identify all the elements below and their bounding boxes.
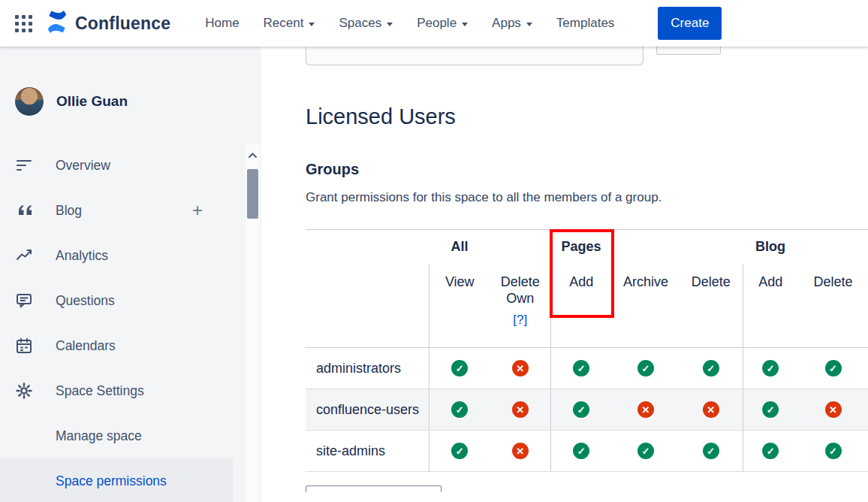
permission-granted-icon: ✓ xyxy=(637,443,654,459)
sidebar-item-space-settings[interactable]: Space Settings xyxy=(0,368,233,413)
permission-granted-icon: ✓ xyxy=(762,360,779,376)
main-content: Licensed Users Groups Grant permissions … xyxy=(261,47,868,502)
overview-icon xyxy=(15,156,33,174)
table-row: site-admins✓✕✓✓✓✓✓ xyxy=(306,431,868,472)
nav-spaces[interactable]: Spaces xyxy=(339,16,393,31)
permission-granted-icon: ✓ xyxy=(573,401,589,418)
nav-templates[interactable]: Templates xyxy=(556,16,614,31)
permission-cell: ✓ xyxy=(612,431,680,472)
column-header-delete: Delete xyxy=(680,264,743,348)
permission-denied-icon: ✕ xyxy=(825,401,842,418)
chevron-down-icon xyxy=(309,23,315,26)
analytics-icon xyxy=(15,246,33,265)
sidebar-item-label: Calendars xyxy=(56,338,116,354)
add-blog-post-icon[interactable]: + xyxy=(192,201,203,219)
permission-denied-icon: ✕ xyxy=(512,360,529,376)
space-identity[interactable]: Ollie Guan xyxy=(0,87,261,116)
permission-denied-icon: ✕ xyxy=(637,401,654,418)
permission-denied-icon: ✕ xyxy=(703,401,719,418)
nav-apps[interactable]: Apps xyxy=(492,16,532,31)
sidebar-item-label: Analytics xyxy=(56,248,108,264)
gear-icon xyxy=(15,382,33,400)
permission-granted-icon: ✓ xyxy=(703,443,719,459)
sidebar-item-space-permissions[interactable]: Space permissions xyxy=(0,458,233,502)
column-header-label: Delete xyxy=(680,274,743,290)
column-group-spacer xyxy=(680,230,743,264)
permission-cell: ✓ xyxy=(429,431,490,472)
permission-granted-icon: ✓ xyxy=(637,360,654,376)
user-avatar xyxy=(15,87,44,116)
group-name: confluence-users xyxy=(306,389,429,431)
permission-cell: ✓ xyxy=(550,348,612,389)
sidebar-item-blog[interactable]: Blog+ xyxy=(0,188,233,233)
top-navigation-bar: Confluence HomeRecentSpacesPeopleAppsTem… xyxy=(0,0,868,47)
column-header-label: Add xyxy=(551,274,613,290)
column-header-delete: Delete xyxy=(798,264,868,348)
column-header-blank xyxy=(306,264,429,348)
group-name: administrators xyxy=(306,348,429,389)
permission-cell: ✕ xyxy=(490,431,550,472)
column-header-archive: Archive xyxy=(612,264,680,348)
permission-denied-icon: ✕ xyxy=(512,443,529,459)
column-header-add: Add xyxy=(550,264,612,348)
permission-cell: ✓ xyxy=(429,348,490,389)
sidebar-item-label: Space permissions xyxy=(56,473,167,489)
column-group-all: All xyxy=(429,230,490,264)
permissions-table: AllPagesBlogViewDelete Own[?]AddArchiveD… xyxy=(306,229,868,472)
permission-granted-icon: ✓ xyxy=(451,360,468,376)
permission-cell: ✕ xyxy=(612,389,680,431)
permission-cell: ✓ xyxy=(550,389,612,431)
permission-granted-icon: ✓ xyxy=(703,360,719,376)
permission-cell: ✕ xyxy=(490,389,550,431)
sidebar-item-label: Space Settings xyxy=(56,383,144,399)
brand-wordmark: Confluence xyxy=(75,14,170,34)
sidebar-item-overview[interactable]: Overview xyxy=(0,143,233,188)
column-header-view: View xyxy=(429,264,490,348)
primary-nav: HomeRecentSpacesPeopleAppsTemplates xyxy=(205,16,614,31)
scrollbar-thumb[interactable] xyxy=(247,169,258,219)
confluence-logo[interactable]: Confluence xyxy=(46,11,170,36)
sidebar-item-calendars[interactable]: Calendars xyxy=(0,323,233,368)
column-header-add: Add xyxy=(743,264,798,348)
filter-input-truncated[interactable] xyxy=(306,47,643,65)
permission-cell: ✓ xyxy=(680,348,743,389)
nav-people[interactable]: People xyxy=(417,16,468,31)
permission-cell: ✓ xyxy=(429,389,490,431)
permission-cell: ✓ xyxy=(798,431,868,472)
help-link[interactable]: [?] xyxy=(513,313,527,328)
column-header-label: View xyxy=(429,274,491,290)
filter-button-truncated[interactable] xyxy=(656,47,721,55)
permission-granted-icon: ✓ xyxy=(451,401,468,418)
blog-icon xyxy=(15,201,33,219)
space-name: Ollie Guan xyxy=(56,93,128,110)
group-picker-input-truncated[interactable] xyxy=(306,485,442,492)
groups-section-title: Groups xyxy=(306,161,868,178)
app-switcher-icon[interactable] xyxy=(15,15,32,32)
column-group-spacer xyxy=(490,230,550,264)
table-row: confluence-users✓✕✓✕✕✓✕ xyxy=(306,389,868,431)
table-row: administrators✓✕✓✓✓✓✓ xyxy=(306,348,868,389)
sidebar-item-analytics[interactable]: Analytics xyxy=(0,233,233,278)
permission-cell: ✕ xyxy=(490,348,550,389)
confluence-logo-icon xyxy=(46,11,68,36)
sidebar-item-manage-space[interactable]: Manage space xyxy=(0,413,233,458)
column-group-spacer xyxy=(612,230,680,264)
permission-cell: ✕ xyxy=(798,389,868,431)
nav-recent[interactable]: Recent xyxy=(264,16,315,31)
create-button[interactable]: Create xyxy=(658,7,722,40)
sidebar-item-label: Blog xyxy=(56,203,82,219)
column-header-label: Delete Own xyxy=(490,274,550,307)
scroll-up-icon[interactable] xyxy=(248,148,258,162)
permission-cell: ✓ xyxy=(680,431,743,472)
nav-home[interactable]: Home xyxy=(205,16,239,31)
chevron-down-icon xyxy=(387,23,393,26)
permission-granted-icon: ✓ xyxy=(825,443,842,459)
permission-cell: ✓ xyxy=(743,431,798,472)
icon-spacer xyxy=(15,427,33,445)
sidebar-scrollbar[interactable] xyxy=(246,144,260,502)
permission-cell: ✓ xyxy=(798,348,868,389)
permission-granted-icon: ✓ xyxy=(825,360,842,376)
sidebar-item-questions[interactable]: Questions xyxy=(0,278,233,323)
column-header-label: Archive xyxy=(612,274,680,290)
column-header-label: Add xyxy=(743,274,799,290)
